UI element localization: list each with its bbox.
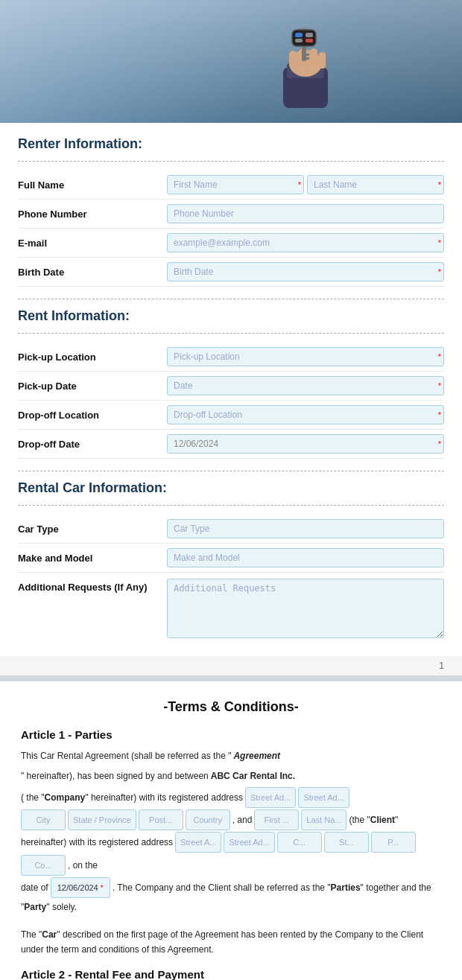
hereinafter-text: hereinafter) with its registered address [21,833,173,851]
pickup-location-row: Pick-up Location * [18,343,444,372]
company-state-input[interactable]: State / Province [68,809,136,830]
svg-rect-5 [310,48,317,68]
date-of-text: date of [21,879,48,897]
client-first-input[interactable]: First ... [254,809,299,830]
firstname-wrapper: * [167,175,304,194]
pickup-date-wrapper: * [167,376,444,395]
client-post-input[interactable]: P... [371,832,416,853]
phone-row: Phone Number [18,200,444,229]
lastname-input[interactable] [307,175,444,194]
terms-page: -Terms & Conditions- Article 1 - Parties… [0,675,462,980]
email-wrapper: * [167,233,444,252]
company-name: ABC Car Rental Inc. [211,767,295,785]
dropoff-date-label: Drop-off Date [18,439,167,450]
company-city-input[interactable]: City [21,809,66,830]
email-input[interactable] [167,233,444,252]
agreement-date-input[interactable]: 12/06/2024 * [51,877,110,898]
birthdate-row: Birth Date * [18,258,444,287]
company-post-input[interactable]: Post... [139,809,183,830]
client-city-input[interactable]: C... [277,832,322,853]
on-date-text: , on the [68,856,98,874]
company-street2-input[interactable]: Street Ad... [298,787,349,808]
date-required: * [101,884,104,892]
birthdate-wrapper: * [167,262,444,281]
client-co-input[interactable]: Co... [21,855,66,876]
svg-rect-14 [292,30,316,46]
birthdate-required: * [438,267,441,276]
fullname-row: Full Name * * [18,171,444,200]
pickup-date-label: Pick-up Date [18,381,167,392]
lastname-wrapper: * [307,175,444,194]
parties-bold: Parties [331,882,361,893]
pickup-location-input[interactable] [167,347,444,366]
the-car-text: The "Car" described on the first page of… [21,929,423,955]
pickup-location-wrapper: * [167,347,444,366]
makemodel-input[interactable] [167,548,444,567]
car-section-title: Rental Car Information: [18,480,444,496]
client-street1-input[interactable]: Street A... [175,832,221,853]
additional-row: Additional Requests (If Any) [18,573,444,643]
makemodel-label: Make and Model [18,553,167,564]
cartype-row: Car Type [18,515,444,544]
page-1: Renter Information: Full Name * * Phone … [0,123,462,656]
dropoff-location-input[interactable] [167,405,444,424]
company-country-input[interactable]: Country [186,809,230,830]
dropoff-location-wrapper: * [167,405,444,424]
para1-mid: " hereinafter), has been signed by and b… [21,767,209,785]
article1-title: Article 1 - Parties [21,728,441,741]
article1-para1-line2: City State / Province Post... Country , … [21,809,441,830]
additional-label: Additional Requests (If Any) [18,579,167,593]
terms-title: -Terms & Conditions- [21,699,441,715]
dropoff-location-row: Drop-off Location * [18,401,444,430]
email-label: E-mail [18,238,167,249]
svg-rect-17 [295,39,303,42]
email-inputs: * [167,233,444,252]
client-last-input[interactable]: Last Na... [301,809,346,830]
pickup-date-input[interactable] [167,376,444,395]
additional-textarea[interactable] [167,579,444,638]
dropoff-location-label: Drop-off Location [18,410,167,421]
client-label-text: (the "Client" [349,811,398,829]
cartype-label: Car Type [18,524,167,535]
dropoff-date-input[interactable] [167,434,444,454]
article1-para1-line3: hereinafter) with its registered address… [21,832,441,876]
cartype-input[interactable] [167,519,444,538]
fullname-label: Full Name [18,179,167,191]
dropoff-location-required: * [438,410,441,419]
email-required: * [438,238,441,247]
dropoff-date-wrapper: * [167,434,444,454]
pickup-location-inputs: * [167,347,444,366]
page-number: 1 [0,656,462,675]
company-street1-input[interactable]: Street Ad... [245,787,296,808]
fullname-inputs: * * [167,175,444,194]
car-divider-top [18,471,444,471]
rent-divider-top [18,299,444,299]
birthdate-input[interactable] [167,262,444,281]
renter-section-title: Renter Information: [18,136,444,152]
firstname-required: * [298,180,301,189]
article1-para2-text: The "Car" described on the first page of… [21,927,441,958]
pickup-location-label: Pick-up Location [18,351,167,363]
additional-inputs [167,579,444,638]
svg-rect-12 [304,54,309,56]
client-street2-input[interactable]: Street Ad... [224,832,274,853]
rent-divider [18,333,444,334]
article2-title: Article 2 - Rental Fee and Payment [21,968,441,980]
pickup-location-required: * [438,352,441,361]
car-divider [18,505,444,506]
email-row: E-mail * [18,229,444,258]
dropoff-date-row: Drop-off Date * [18,430,444,459]
birthdate-label: Birth Date [18,267,167,278]
makemodel-row: Make and Model [18,544,444,573]
hero-image [0,0,462,123]
company-label-text: ( the "Company" hereinafter) with its re… [21,789,243,806]
article1-para1-line4: date of 12/06/2024 * . The Company and t… [21,877,441,898]
firstname-input[interactable] [167,175,304,194]
svg-rect-6 [319,52,326,69]
party-bold: Party [24,902,46,912]
agreement-word: Agreement [233,747,280,765]
svg-rect-16 [306,33,313,37]
article1-text: This Car Rental Agreement (shall be refe… [21,747,441,916]
phone-input[interactable] [167,204,444,223]
client-state-input[interactable]: St... [324,832,369,853]
